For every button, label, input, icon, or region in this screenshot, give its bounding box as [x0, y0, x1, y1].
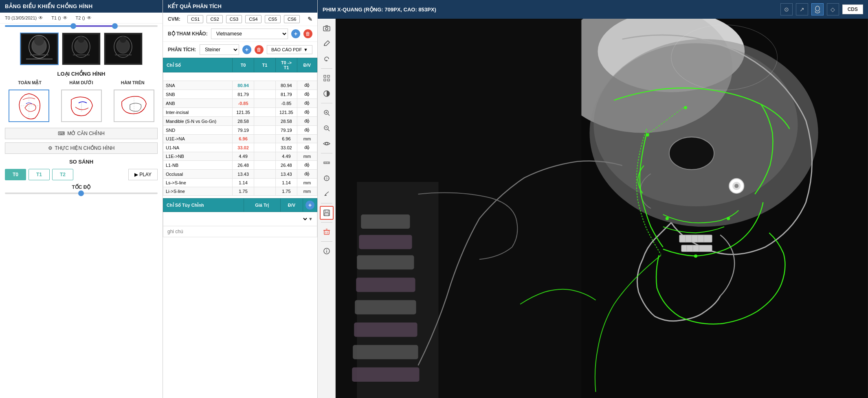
- ghi-chu-input[interactable]: [163, 226, 317, 237]
- row-inter-t0t1: 121.35: [275, 108, 297, 117]
- row-inter-dv: độ: [297, 108, 317, 117]
- svg-rect-66: [359, 235, 412, 249]
- play-button[interactable]: ▶ PLAY: [128, 169, 158, 180]
- row-sna-dv: độ: [297, 81, 317, 90]
- row-li-dv: mm: [297, 187, 317, 196]
- grid-tool-button[interactable]: [320, 71, 334, 85]
- info-button[interactable]: [320, 244, 334, 258]
- row-snb-t0t1: 81.79: [275, 90, 297, 99]
- slider-dot-t1[interactable]: [70, 23, 76, 29]
- timepoint-t2[interactable]: T2 () 👁: [76, 15, 92, 21]
- bo-tham-khao-select[interactable]: Vietnamese: [211, 28, 288, 39]
- row-sna-t1: [254, 81, 276, 90]
- edit-icon[interactable]: ✎: [308, 16, 312, 22]
- xray-thumb-t1[interactable]: [62, 33, 101, 65]
- delete-phan-tich-button[interactable]: 🗑: [255, 45, 264, 54]
- table-row: Mandible (S-N vs Go-Gn) 28.58 28.58 độ: [163, 117, 317, 126]
- thuc-hien-button[interactable]: ⚙ THỰC HIỆN CHỒNG HÌNH: [5, 142, 158, 154]
- ss-t1-button[interactable]: T1: [29, 169, 50, 180]
- svg-rect-65: [361, 214, 410, 229]
- svg-rect-50: [324, 230, 329, 234]
- custom-index-select[interactable]: [166, 214, 308, 224]
- camera-tool-button[interactable]: [320, 21, 334, 35]
- ss-t2-button[interactable]: T2: [52, 169, 73, 180]
- toolbar-divider-6: [321, 241, 332, 242]
- row-snd-t0t1: 79.19: [275, 126, 297, 135]
- rotate-tool-button[interactable]: [320, 52, 334, 66]
- xray-thumb-t2[interactable]: [104, 33, 143, 65]
- table-row: SNA 80.94 80.94 độ: [163, 81, 317, 90]
- delete-bo-button[interactable]: 🗑: [303, 29, 312, 38]
- cs4-button[interactable]: CS4: [245, 15, 261, 23]
- mid-panel-header: KẾT QUẢ PHÂN TÍCH: [163, 0, 317, 13]
- row-u1na-t0t1: 33.02: [275, 143, 297, 152]
- slider-dot-t2[interactable]: [112, 23, 118, 29]
- svg-point-57: [326, 249, 327, 250]
- diamond-tool-button[interactable]: ◇: [827, 3, 839, 15]
- delete-marks-button[interactable]: [320, 225, 334, 239]
- eye-icon-t0[interactable]: 👁: [38, 15, 43, 21]
- bao-cao-pdf-button[interactable]: BÁO CÁO PDF ▼: [267, 45, 312, 54]
- custom-col-dv: Đ/V: [280, 199, 303, 212]
- cs3-button[interactable]: CS3: [226, 15, 242, 23]
- row-ls-dv: mm: [297, 179, 317, 187]
- row-mandible-t0t1: 28.58: [275, 117, 297, 126]
- pen-tool-button[interactable]: [320, 187, 334, 201]
- row-snb-name: SNB: [163, 90, 233, 99]
- row-l1e-t1: [254, 152, 276, 161]
- timepoint-t0[interactable]: T0 (13/05/2021) 👁: [5, 15, 43, 21]
- phan-tich-select[interactable]: Steiner: [200, 44, 239, 55]
- side-toolbar: [318, 19, 336, 398]
- ss-t0-button[interactable]: T0: [5, 169, 26, 180]
- contrast-tool-button[interactable]: [320, 87, 334, 101]
- custom-table: Chỉ Số Tùy Chỉnh Giá Trị Đ/V + ▼: [163, 198, 317, 226]
- svg-line-25: [324, 44, 325, 46]
- toolbar-divider-2: [321, 103, 332, 103]
- cs5-button[interactable]: CS5: [265, 15, 281, 23]
- face-tool-button[interactable]: [811, 3, 824, 15]
- ham-tren-thumb[interactable]: [114, 90, 154, 122]
- cs6-button[interactable]: CS6: [284, 15, 300, 23]
- timepoint-t1[interactable]: T1 () 👁: [51, 15, 67, 21]
- circle-tool-button[interactable]: ⊙: [780, 3, 793, 15]
- zoom-in-button[interactable]: [320, 106, 334, 120]
- row-l1e-t0t1: 4.49: [275, 152, 297, 161]
- row-anb-t1: [254, 99, 276, 108]
- ruler-tool-button[interactable]: [320, 156, 334, 170]
- loai-chong-hinh-label: LOẠI CHỒNG HÌNH: [0, 68, 163, 79]
- timepoints-row: T0 (13/05/2021) 👁 T1 () 👁 T2 () 👁: [0, 13, 163, 24]
- row-li-t0t1: 1.75: [275, 187, 297, 196]
- xray-thumb-t0[interactable]: [20, 33, 59, 65]
- bo-tham-khao-label: BỘ THAM KHẢO:: [168, 31, 208, 37]
- pencil-tool-button[interactable]: [320, 37, 334, 50]
- loai-labels: TOÀN MẶT HÀM DƯỚI HÀM TRÊN: [0, 79, 163, 87]
- eye-icon-t2[interactable]: 👁: [87, 15, 92, 21]
- arrow-tool-button[interactable]: ↗: [796, 3, 808, 15]
- cds-button[interactable]: CDS: [842, 4, 863, 14]
- row-u1e-name: U1E->NA: [163, 135, 233, 143]
- eye-icon-t1[interactable]: 👁: [63, 15, 68, 21]
- save-tool-button[interactable]: [320, 206, 334, 220]
- col-t1: T1: [254, 58, 276, 72]
- slider-track: [5, 25, 158, 27]
- circle-measure-button[interactable]: [320, 171, 334, 185]
- custom-add-col[interactable]: +: [303, 199, 317, 212]
- add-phan-tich-button[interactable]: +: [242, 45, 251, 54]
- toolbar-divider-1: [321, 68, 332, 69]
- cs2-button[interactable]: CS2: [207, 15, 222, 23]
- toan-mat-thumb[interactable]: [9, 90, 49, 122]
- cs1-button[interactable]: CS1: [187, 15, 203, 23]
- col-t0t1: T0 -> T1: [275, 58, 297, 72]
- row-anb-t0t1: -0.85: [275, 99, 297, 108]
- zoom-out-button[interactable]: [320, 121, 334, 135]
- toc-do-dot[interactable]: [78, 190, 84, 196]
- table-row: Inter-incisal 121.35 121.35 độ: [163, 108, 317, 117]
- add-bo-button[interactable]: +: [291, 29, 300, 38]
- table-row: L1E->NB 4.49 4.49 mm: [163, 152, 317, 161]
- add-custom-row-button[interactable]: +: [305, 201, 314, 210]
- eye-visibility-button[interactable]: [320, 137, 334, 151]
- row-inter-name: Inter-incisal: [163, 108, 233, 117]
- ham-duoi-thumb[interactable]: [61, 90, 102, 122]
- mo-can-chinh-button[interactable]: ⌨ MỞ CĂN CHỈNH: [5, 128, 158, 139]
- row-mandible-name: Mandible (S-N vs Go-Gn): [163, 117, 233, 126]
